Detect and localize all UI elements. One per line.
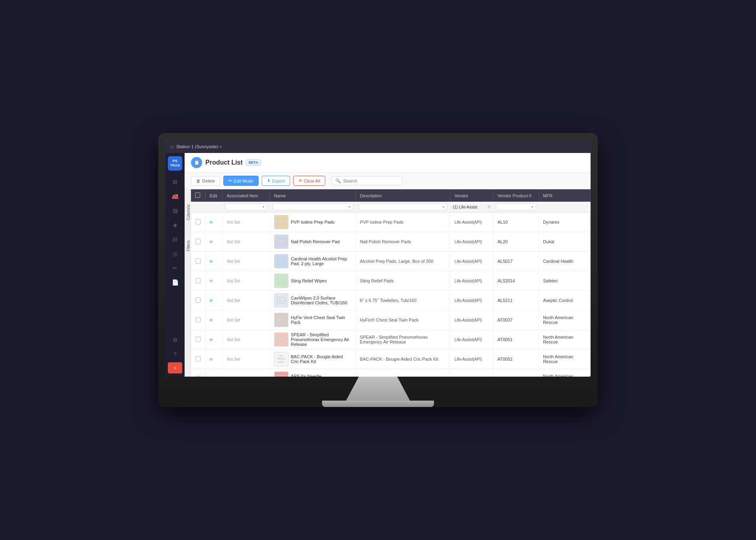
row-checkbox[interactable] xyxy=(195,278,201,283)
sidebar-item-truck[interactable]: 🚒 xyxy=(168,190,182,202)
svg-point-1 xyxy=(279,220,281,222)
row-description-cell: SPEAR - Simplified Pneumothorax Emergenc… xyxy=(356,330,450,349)
row-description-cell: 6" x 6.75" Towlettes, Tub/160 xyxy=(356,291,450,310)
table-header-row: Edit Associated Item Name Description Ve… xyxy=(191,189,591,202)
filter-vendor-display[interactable]: (1) Life-Assist ⚗ xyxy=(453,205,491,209)
row-description-cell: Sting Relief Pads xyxy=(356,271,450,291)
row-checkbox[interactable] xyxy=(195,356,201,361)
row-checkbox-cell[interactable] xyxy=(191,310,205,330)
row-mfr-cell: North American Rescue xyxy=(539,369,590,377)
filter-description-icon[interactable]: ▾ xyxy=(443,205,445,209)
row-associated-cell: Not Set xyxy=(223,212,270,232)
delete-button[interactable]: 🗑 Delete xyxy=(191,176,220,186)
row-mfr-cell: Cardinal Health xyxy=(539,252,590,271)
row-description-cell: PVP Iodine Prep Pads xyxy=(356,212,450,232)
svg-point-13 xyxy=(279,338,281,340)
sidebar-item-home[interactable]: ⊞ xyxy=(168,175,182,188)
row-description-cell: BAC-PACK - Bougie Aided Cric Pack Kit xyxy=(356,349,450,369)
row-edit-icon[interactable]: ≡ xyxy=(210,356,213,362)
row-edit-icon[interactable]: ≡ xyxy=(210,317,213,323)
filter-name-icon[interactable]: ▾ xyxy=(348,205,350,209)
export-button[interactable]: ⬆ Export xyxy=(262,176,290,186)
row-checkbox-cell[interactable] xyxy=(191,212,205,232)
row-checkbox-cell[interactable] xyxy=(191,252,205,271)
row-edit-cell[interactable]: ≡ xyxy=(205,369,223,377)
sidebar-item-grid[interactable]: ⊟ xyxy=(168,233,182,246)
main-content: 📋 Product List BETA 🗑 Delete ✏ Edit Mode xyxy=(185,153,591,377)
row-edit-icon[interactable]: ≡ xyxy=(210,298,213,304)
filter-description[interactable]: ▾ xyxy=(358,203,448,210)
product-thumbnail xyxy=(274,274,288,288)
row-edit-icon[interactable]: ≡ xyxy=(210,337,213,343)
select-all-checkbox[interactable] xyxy=(195,193,200,198)
row-checkbox[interactable] xyxy=(195,219,201,224)
row-checkbox[interactable] xyxy=(195,239,201,244)
filter-vendor-funnel-icon[interactable]: ⚗ xyxy=(487,205,491,209)
row-checkbox[interactable] xyxy=(195,337,201,342)
row-vendor-cell: Life-Assist(API) xyxy=(450,252,493,271)
product-thumbnail xyxy=(274,293,288,308)
row-edit-icon[interactable]: ≡ xyxy=(210,376,213,377)
row-edit-icon[interactable]: ≡ xyxy=(210,258,213,264)
row-checkbox[interactable] xyxy=(195,317,201,322)
row-checkbox-cell[interactable] xyxy=(191,349,205,369)
clear-all-button[interactable]: ✕ Clear All xyxy=(293,176,325,186)
table-row: ≡ Not Set ARS for Needle Decompression, … xyxy=(191,369,591,377)
row-checkbox[interactable] xyxy=(195,376,201,377)
table-row: ≡ Not Set SPEAR - Simplified Pneumothora… xyxy=(191,330,591,349)
row-associated-cell: Not Set xyxy=(223,271,270,291)
filter-vendor-product[interactable]: ▾ xyxy=(496,203,536,210)
vertical-tabs-panel: Columns Filters xyxy=(185,189,191,377)
row-edit-icon[interactable]: ≡ xyxy=(210,278,213,284)
row-edit-cell[interactable]: ≡ xyxy=(205,252,223,271)
product-thumbnail xyxy=(274,313,288,327)
row-associated-cell: Not Set xyxy=(223,291,270,310)
row-name-cell: NOIMAGEAVAIL. BAC-PACK - Bougie Aided Cr… xyxy=(270,349,356,369)
row-associated-cell: Not Set xyxy=(223,330,270,349)
row-edit-icon[interactable]: ≡ xyxy=(210,219,213,225)
columns-tab[interactable]: Columns xyxy=(185,201,191,223)
row-edit-cell[interactable]: ≡ xyxy=(205,330,223,349)
home-icon[interactable]: ⌂ xyxy=(170,144,173,149)
row-vendor-cell: Life-Assist(API) xyxy=(450,349,493,369)
filter-name[interactable]: ▾ xyxy=(273,203,353,210)
row-edit-cell[interactable]: ≡ xyxy=(205,232,223,252)
row-checkbox-cell[interactable] xyxy=(191,291,205,310)
row-vendor-product-cell: AT0051 xyxy=(493,330,539,349)
row-checkbox-cell[interactable] xyxy=(191,271,205,291)
sidebar-item-box[interactable]: ◎ xyxy=(168,247,182,260)
page-icon: 📋 xyxy=(191,157,202,168)
row-checkbox[interactable] xyxy=(195,298,201,303)
row-edit-icon[interactable]: ≡ xyxy=(210,239,213,245)
row-name-cell: Sting Relief Wipes xyxy=(270,271,356,291)
filter-associated-icon[interactable]: ▾ xyxy=(263,205,265,209)
row-description-cell: 14 ga x 3.25 in xyxy=(356,369,450,377)
svg-rect-0 xyxy=(277,219,285,225)
row-edit-cell[interactable]: ≡ xyxy=(205,291,223,310)
sidebar-item-pen[interactable]: ✏ xyxy=(168,262,182,274)
row-checkbox-cell[interactable] xyxy=(191,232,205,252)
station-selector[interactable]: Station 1 (Sunnyside) ▾ xyxy=(176,144,222,149)
row-checkbox-cell[interactable] xyxy=(191,330,205,349)
filter-associated[interactable]: ▾ xyxy=(225,203,267,210)
sidebar-item-doc[interactable]: 📄 xyxy=(168,276,182,289)
search-box[interactable]: 🔍 xyxy=(332,176,403,185)
filter-vendor-product-icon[interactable]: ▾ xyxy=(531,205,533,209)
search-input[interactable] xyxy=(343,179,399,183)
row-edit-cell[interactable]: ≡ xyxy=(205,271,223,291)
filter-row: ▾ ▾ xyxy=(191,202,591,212)
row-edit-cell[interactable]: ≡ xyxy=(205,349,223,369)
row-edit-cell[interactable]: ≡ xyxy=(205,310,223,330)
sidebar-item-help[interactable]: ? xyxy=(168,348,182,361)
row-checkbox-cell[interactable] xyxy=(191,369,205,377)
row-checkbox[interactable] xyxy=(195,258,201,264)
sidebar-expand-button[interactable]: » xyxy=(168,362,182,373)
filters-tab[interactable]: Filters xyxy=(185,237,191,254)
sidebar-item-layers[interactable]: ▤ xyxy=(168,204,182,217)
sidebar-item-tag[interactable]: ◈ xyxy=(168,218,182,231)
sidebar-logo[interactable]: PS TRAX xyxy=(168,156,182,171)
delete-icon: 🗑 xyxy=(196,179,201,183)
edit-mode-button[interactable]: ✏ Edit Mode xyxy=(223,176,259,186)
row-edit-cell[interactable]: ≡ xyxy=(205,212,223,232)
sidebar-item-settings[interactable]: ⚙ xyxy=(168,334,182,346)
